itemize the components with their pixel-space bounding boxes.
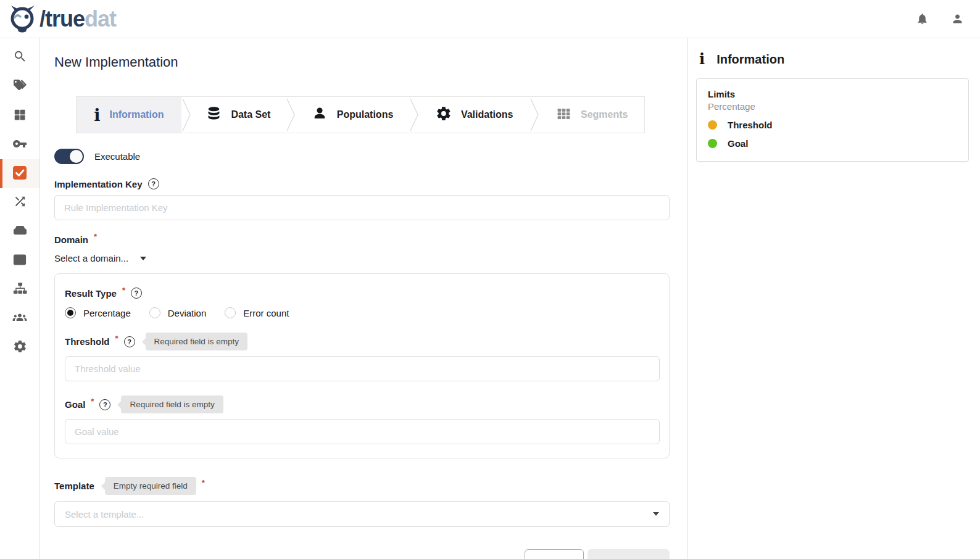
step-label: Validations bbox=[461, 109, 513, 120]
goal-input[interactable] bbox=[65, 419, 660, 444]
threshold-input[interactable] bbox=[65, 356, 660, 381]
left-sidebar bbox=[0, 38, 40, 559]
radio-label: Deviation bbox=[168, 308, 207, 318]
sidebar-item-lineage[interactable] bbox=[0, 188, 39, 217]
sidebar-item-catalog[interactable] bbox=[0, 101, 39, 130]
result-type-options: Percentage Deviation Error count bbox=[65, 307, 659, 318]
limit-row-threshold: Threshold bbox=[708, 120, 957, 130]
template-select-placeholder: Select a template... bbox=[65, 509, 144, 520]
domain-label-row: Domain * bbox=[54, 234, 687, 245]
threshold-label-row: Threshold * ? Required field is empty bbox=[65, 333, 659, 350]
sidebar-item-users[interactable] bbox=[0, 304, 39, 333]
header-actions bbox=[916, 12, 964, 25]
brand-text: /truedat bbox=[39, 8, 116, 30]
help-icon[interactable]: ? bbox=[148, 178, 159, 189]
step-label: Information bbox=[109, 109, 164, 120]
radio-deviation[interactable]: Deviation bbox=[149, 307, 207, 318]
database-icon bbox=[206, 106, 222, 124]
sitemap-icon bbox=[12, 281, 28, 299]
chart-icon bbox=[12, 252, 27, 270]
brand-primary: /true bbox=[39, 6, 85, 31]
sidebar-item-glossary[interactable] bbox=[0, 72, 39, 101]
gear-icon bbox=[13, 339, 27, 356]
form-actions: CANCEL NEXT bbox=[54, 549, 670, 559]
sidebar-item-settings[interactable] bbox=[0, 333, 39, 362]
domain-select[interactable]: Select a domain... bbox=[54, 253, 146, 263]
users-icon bbox=[12, 310, 28, 328]
step-validations[interactable]: Validations bbox=[419, 97, 530, 133]
required-asterisk: * bbox=[202, 478, 205, 487]
step-separator-icon bbox=[181, 97, 191, 133]
radio-button-icon bbox=[65, 307, 76, 318]
domain-select-placeholder: Select a domain... bbox=[54, 253, 128, 263]
wizard-steps: i Information Data Set Populations Valid… bbox=[76, 96, 645, 133]
sidebar-item-structures[interactable] bbox=[0, 275, 39, 304]
template-warning-badge: Empty required field bbox=[105, 477, 196, 495]
radio-button-icon bbox=[225, 307, 236, 318]
radio-button-icon bbox=[149, 307, 160, 318]
template-select[interactable]: Select a template... bbox=[54, 501, 670, 527]
threshold-warning-badge: Required field is empty bbox=[146, 333, 247, 350]
truedat-logo[interactable]: /truedat bbox=[0, 4, 116, 34]
step-label: Segments bbox=[581, 109, 628, 120]
toggle-knob bbox=[70, 150, 83, 163]
sidebar-item-quality[interactable] bbox=[0, 159, 39, 188]
help-icon[interactable]: ? bbox=[131, 288, 142, 299]
executable-row: Executable bbox=[54, 149, 687, 164]
tags-icon bbox=[12, 78, 27, 96]
step-populations[interactable]: Populations bbox=[296, 97, 409, 133]
goal-label: Goal bbox=[65, 399, 85, 410]
help-icon[interactable]: ? bbox=[124, 336, 135, 347]
user-icon[interactable] bbox=[951, 12, 964, 25]
sidebar-item-dashboards[interactable] bbox=[0, 246, 39, 275]
implementation-key-label-row: Implementation Key ? bbox=[54, 178, 687, 189]
server-icon bbox=[12, 223, 28, 241]
step-separator-icon bbox=[286, 97, 296, 133]
sidebar-item-sources[interactable] bbox=[0, 217, 39, 246]
required-asterisk: * bbox=[91, 397, 94, 406]
required-asterisk: * bbox=[122, 286, 125, 295]
info-icon: i bbox=[699, 52, 705, 67]
domain-label: Domain bbox=[54, 234, 88, 245]
step-information[interactable]: i Information bbox=[77, 97, 181, 133]
chevron-down-icon bbox=[653, 512, 659, 516]
limit-row-goal: Goal bbox=[708, 138, 957, 149]
radio-label: Percentage bbox=[83, 308, 131, 318]
step-label: Data Set bbox=[231, 109, 270, 120]
main-content: New Implementation i Information Data Se… bbox=[40, 38, 687, 559]
implementation-key-input[interactable] bbox=[54, 195, 670, 220]
limit-label: Threshold bbox=[728, 120, 773, 130]
search-icon bbox=[13, 49, 27, 66]
info-panel: i Information Limits Percentage Threshol… bbox=[687, 38, 980, 559]
person-icon bbox=[312, 106, 328, 124]
limit-label: Goal bbox=[728, 138, 748, 149]
goal-label-row: Goal * ? Required field is empty bbox=[65, 395, 659, 413]
info-icon: i bbox=[94, 107, 100, 123]
radio-percentage[interactable]: Percentage bbox=[65, 307, 131, 318]
executable-label: Executable bbox=[94, 151, 140, 162]
step-separator-icon bbox=[409, 97, 419, 133]
next-button[interactable]: NEXT bbox=[588, 549, 670, 559]
app-shell: /truedat bbox=[0, 0, 980, 559]
sidebar-item-search[interactable] bbox=[0, 43, 39, 72]
template-label-row: Template Empty required field * bbox=[54, 477, 687, 495]
result-type-label: Result Type bbox=[65, 288, 117, 299]
step-data-set[interactable]: Data Set bbox=[191, 97, 286, 133]
bell-icon[interactable] bbox=[916, 12, 929, 25]
info-panel-title: Information bbox=[716, 52, 784, 67]
step-segments: Segments bbox=[539, 97, 644, 133]
radio-error-count[interactable]: Error count bbox=[225, 307, 289, 318]
executable-toggle[interactable] bbox=[54, 149, 84, 164]
help-icon[interactable]: ? bbox=[99, 399, 110, 410]
cancel-button[interactable]: CANCEL bbox=[525, 549, 584, 559]
result-type-box: Result Type * ? Percentage Deviation Err… bbox=[54, 273, 670, 458]
grid9-icon bbox=[556, 106, 571, 124]
sidebar-item-access[interactable] bbox=[0, 130, 39, 159]
template-label: Template bbox=[54, 481, 94, 491]
required-asterisk: * bbox=[94, 232, 97, 241]
gear-icon bbox=[436, 106, 452, 124]
implementation-key-label: Implementation Key bbox=[54, 179, 143, 189]
info-panel-header: i Information bbox=[696, 52, 969, 67]
check-square-icon bbox=[12, 165, 27, 183]
key-icon bbox=[12, 136, 27, 154]
